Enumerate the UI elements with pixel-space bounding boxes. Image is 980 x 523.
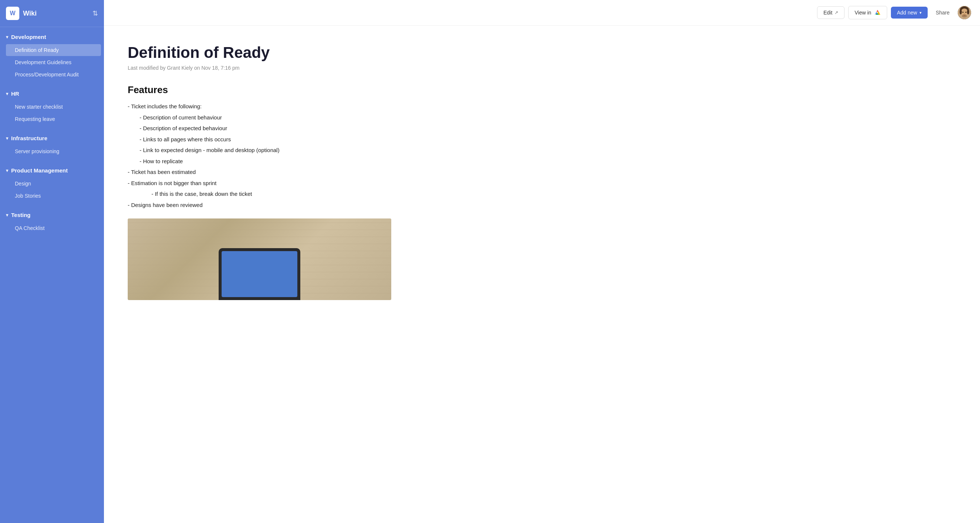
laptop-shape bbox=[219, 248, 300, 300]
content-line-10: - Designs have been reviewed bbox=[128, 200, 414, 210]
sidebar-item-design[interactable]: Design bbox=[6, 178, 101, 190]
wiki-logo-text: Wiki bbox=[23, 10, 37, 17]
chevron-down-icon-infrastructure: ▾ bbox=[6, 136, 8, 141]
svg-point-5 bbox=[964, 13, 965, 14]
sidebar-section-hr: ▾ HR New starter checklist Requesting le… bbox=[0, 84, 104, 128]
chevron-down-icon-hr: ▾ bbox=[6, 91, 8, 97]
sidebar-section-label-product-management: Product Management bbox=[11, 167, 68, 174]
share-label: Share bbox=[936, 10, 950, 16]
page-image bbox=[128, 219, 391, 300]
sidebar-section-product-management: ▾ Product Management Design Job Stories bbox=[0, 161, 104, 205]
page-meta: Last modified by Grant Kiely on Nov 18, … bbox=[128, 65, 414, 71]
svg-point-8 bbox=[967, 9, 969, 14]
sidebar-section-header-product-management[interactable]: ▾ Product Management bbox=[0, 163, 104, 177]
external-link-icon: ↗ bbox=[835, 10, 838, 15]
share-button[interactable]: Share bbox=[931, 7, 954, 19]
content-line-2: - Description of current behaviour bbox=[128, 113, 414, 122]
add-new-label: Add new bbox=[897, 10, 917, 16]
svg-point-6 bbox=[962, 14, 967, 17]
sidebar: W Wiki ⇅ ▾ Development Definition of Rea… bbox=[0, 0, 104, 523]
content-area: Definition of Ready Last modified by Gra… bbox=[104, 25, 438, 523]
user-avatar-image bbox=[958, 6, 971, 19]
sidebar-section-label-development: Development bbox=[11, 34, 46, 40]
avatar[interactable] bbox=[958, 6, 971, 19]
sidebar-section-label-infrastructure: Infrastructure bbox=[11, 135, 48, 141]
top-bar: Edit ↗ View in Add new ▾ Share bbox=[104, 0, 980, 25]
sidebar-section-testing: ▾ Testing QA Checklist bbox=[0, 205, 104, 238]
view-in-label: View in bbox=[854, 10, 871, 16]
content-line-3: - Description of expected behaviour bbox=[128, 124, 414, 133]
svg-point-4 bbox=[966, 12, 967, 13]
sidebar-item-job-stories[interactable]: Job Stories bbox=[6, 190, 101, 202]
view-in-button[interactable]: View in bbox=[848, 6, 887, 19]
sidebar-section-label-hr: HR bbox=[11, 90, 19, 97]
content-line-1: - Ticket includes the following: bbox=[128, 101, 414, 111]
sidebar-section-development: ▾ Development Definition of Ready Develo… bbox=[0, 27, 104, 84]
main-content: Edit ↗ View in Add new ▾ Share bbox=[104, 0, 980, 523]
wiki-logo: W Wiki bbox=[6, 7, 37, 20]
edit-button[interactable]: Edit ↗ bbox=[817, 6, 845, 19]
content-line-7: - Ticket has been estimated bbox=[128, 167, 414, 177]
svg-point-7 bbox=[959, 9, 962, 14]
features-heading: Features bbox=[128, 84, 414, 96]
logo-letter: W bbox=[10, 10, 15, 17]
sidebar-toggle-icon[interactable]: ⇅ bbox=[92, 9, 98, 17]
sidebar-section-header-development[interactable]: ▾ Development bbox=[0, 30, 104, 44]
chevron-down-icon-product-management: ▾ bbox=[6, 168, 8, 173]
content-line-4: - Links to all pages where this occurs bbox=[128, 135, 414, 144]
chevron-down-icon-add: ▾ bbox=[920, 10, 922, 15]
sidebar-section-header-infrastructure[interactable]: ▾ Infrastructure bbox=[0, 131, 104, 145]
sidebar-item-development-guidelines[interactable]: Development Guidelines bbox=[6, 56, 101, 68]
chevron-down-icon: ▾ bbox=[6, 35, 8, 40]
edit-label: Edit bbox=[823, 10, 832, 16]
sidebar-item-requesting-leave[interactable]: Requesting leave bbox=[6, 113, 101, 125]
add-new-button[interactable]: Add new ▾ bbox=[891, 7, 927, 19]
content-line-9: - If this is the case, break down the ti… bbox=[128, 189, 414, 199]
sidebar-section-header-testing[interactable]: ▾ Testing bbox=[0, 208, 104, 222]
sidebar-item-server-provisioning[interactable]: Server provisioning bbox=[6, 146, 101, 157]
content-line-5: - Link to expected design - mobile and d… bbox=[128, 146, 414, 155]
sidebar-item-definition-of-ready[interactable]: Definition of Ready bbox=[6, 44, 101, 56]
svg-point-3 bbox=[963, 12, 964, 13]
chevron-down-icon-testing: ▾ bbox=[6, 212, 8, 218]
google-drive-icon bbox=[874, 9, 881, 16]
sidebar-items-development: Definition of Ready Development Guidelin… bbox=[0, 44, 104, 81]
sidebar-item-process-development-audit[interactable]: Process/Development Audit bbox=[6, 69, 101, 81]
content-line-8: - Estimation is not bigger than sprint bbox=[128, 178, 414, 188]
sidebar-section-label-testing: Testing bbox=[11, 212, 30, 218]
sidebar-item-qa-checklist[interactable]: QA Checklist bbox=[6, 222, 101, 234]
laptop-image bbox=[219, 248, 300, 300]
page-title: Definition of Ready bbox=[128, 43, 414, 62]
sidebar-item-new-starter-checklist[interactable]: New starter checklist bbox=[6, 101, 101, 113]
sidebar-items-product-management: Design Job Stories bbox=[0, 178, 104, 202]
sidebar-header: W Wiki ⇅ bbox=[0, 0, 104, 27]
sidebar-items-infrastructure: Server provisioning bbox=[0, 146, 104, 157]
wiki-logo-icon: W bbox=[6, 7, 19, 20]
sidebar-section-header-hr[interactable]: ▾ HR bbox=[0, 87, 104, 100]
laptop-screen bbox=[222, 251, 298, 297]
sidebar-items-testing: QA Checklist bbox=[0, 222, 104, 234]
sidebar-section-infrastructure: ▾ Infrastructure Server provisioning bbox=[0, 128, 104, 161]
page-content: - Ticket includes the following: - Descr… bbox=[128, 101, 414, 209]
content-line-6: - How to replicate bbox=[128, 157, 414, 166]
sidebar-items-hr: New starter checklist Requesting leave bbox=[0, 101, 104, 125]
